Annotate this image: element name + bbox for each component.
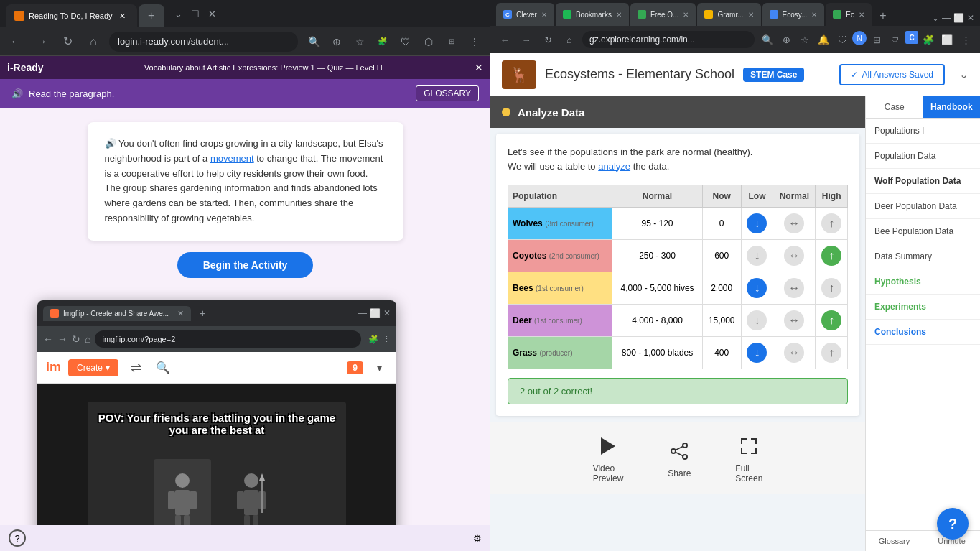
new-tab-right[interactable]: +	[873, 6, 893, 26]
grass-low-indicator[interactable]: ↓	[747, 343, 767, 363]
tab-iready-close[interactable]: ✕	[117, 10, 129, 22]
iready-window-close[interactable]: ✕	[475, 62, 483, 73]
imgflip-home[interactable]: ⌂	[85, 333, 90, 345]
bees-low-indicator[interactable]: ↓	[747, 278, 767, 298]
settings-icon-left[interactable]: ⚙	[473, 533, 482, 544]
imgflip-restore[interactable]: ⬜	[370, 308, 381, 318]
minimize-icon-left[interactable]: ⌄	[172, 6, 185, 22]
menu-icon-left[interactable]: ⋮	[465, 32, 485, 52]
tab-iready[interactable]: Reading To Do, i-Ready ✕	[6, 4, 137, 27]
home-btn-left[interactable]: ⌂	[83, 32, 103, 52]
help-fab-button[interactable]: ?	[937, 508, 969, 540]
right-star-icon[interactable]: ☆	[796, 31, 813, 48]
analyze-link[interactable]: analyze	[598, 161, 630, 172]
imgflip-close[interactable]: ✕	[383, 308, 391, 318]
deer-high-indicator[interactable]: ↑	[821, 310, 841, 330]
wolves-low-btn[interactable]: ↓	[741, 208, 773, 240]
sidebar-item-hypothesis[interactable]: Hypothesis	[866, 269, 980, 295]
coyotes-low-btn[interactable]: ↓	[741, 240, 773, 272]
maximize-icon-left[interactable]: ☐	[188, 6, 202, 22]
speaker-icon[interactable]: 🔊	[11, 88, 23, 99]
tab-bookmarks[interactable]: Bookmarks ✕	[556, 3, 629, 26]
tab-gramr[interactable]: Gramr... ✕	[697, 3, 760, 26]
tab-ec-close[interactable]: ✕	[859, 11, 864, 19]
close-icon-left[interactable]: ✕	[205, 6, 219, 22]
ext-icon-left[interactable]: 🧩	[373, 32, 393, 52]
glossary-button[interactable]: GLOSSARY	[416, 85, 479, 101]
deer-low-btn[interactable]: ↓	[741, 305, 773, 337]
imgflip-create-button[interactable]: Create ▾	[68, 359, 118, 376]
imgflip-reload[interactable]: ↻	[72, 333, 80, 345]
right-puzzle-icon[interactable]: 🧩	[920, 31, 937, 48]
imgflip-back[interactable]: ←	[43, 333, 53, 345]
coyotes-normal-btn[interactable]: ↔	[773, 240, 816, 272]
tab-clever[interactable]: C Clever ✕	[496, 3, 554, 26]
bees-high-btn[interactable]: ↑	[816, 272, 848, 305]
wolves-normal-indicator[interactable]: ↔	[784, 213, 804, 233]
wolves-high-btn[interactable]: ↑	[816, 208, 848, 240]
right-sidebar-icon[interactable]: ⬜	[938, 31, 956, 48]
shield-icon-left[interactable]: 🛡	[396, 32, 416, 52]
sidebar-item-conclusions[interactable]: Conclusions	[866, 320, 980, 345]
wolves-low-indicator[interactable]: ↓	[747, 213, 767, 233]
imgflip-new-tab[interactable]: +	[200, 307, 205, 319]
sidebar-tab-handbook[interactable]: Handbook	[923, 96, 981, 118]
home-btn-right[interactable]: ⌂	[561, 31, 578, 48]
right-clever-icon[interactable]: C	[905, 31, 918, 44]
bees-normal-indicator[interactable]: ↔	[784, 278, 804, 298]
grass-high-btn[interactable]: ↑	[816, 337, 848, 369]
sidebar-item-population-data[interactable]: Population Data	[866, 144, 980, 169]
reload-btn-left[interactable]: ↻	[57, 32, 78, 52]
imgflip-minimize[interactable]: —	[358, 308, 367, 318]
video-preview-action[interactable]: VideoPreview	[593, 433, 624, 483]
restore-right[interactable]: ⬜	[953, 13, 964, 23]
tab-list-icon[interactable]: ⌄	[932, 13, 939, 23]
sync-icon-left[interactable]: ⊞	[442, 32, 462, 52]
deer-normal-btn[interactable]: ↔	[773, 305, 816, 337]
grass-low-btn[interactable]: ↓	[741, 337, 773, 369]
deer-high-btn[interactable]: ↑	[816, 305, 848, 337]
sidebar-item-populations[interactable]: Populations I	[866, 119, 980, 144]
tab-bookmarks-close[interactable]: ✕	[616, 11, 622, 19]
bees-high-indicator[interactable]: ↑	[821, 278, 841, 298]
imgflip-menu-icon[interactable]: ⋮	[383, 335, 391, 344]
imgflip-tab-close[interactable]: ✕	[177, 309, 184, 318]
sidebar-item-deer-data[interactable]: Deer Population Data	[866, 194, 980, 219]
address-bar-right[interactable]	[582, 31, 755, 48]
tab-new-left[interactable]: +	[139, 4, 164, 27]
imgflip-ext-icon[interactable]: 🧩	[368, 335, 378, 344]
sidebar-item-wolf-data[interactable]: Wolf Population Data	[866, 169, 980, 194]
tab-ec-active[interactable]: Ec ✕	[826, 3, 872, 26]
imgflip-shuffle-icon[interactable]: ⇌	[126, 358, 146, 378]
ext2-icon-left[interactable]: ⬡	[419, 32, 439, 52]
coyotes-high-indicator[interactable]: ↑	[821, 246, 841, 266]
deer-normal-indicator[interactable]: ↔	[784, 310, 804, 330]
imgflip-tab[interactable]: Imgflip - Create and Share Awe... ✕	[43, 306, 191, 321]
back-btn-left[interactable]: ←	[6, 32, 26, 52]
right-ext2-icon[interactable]: 🛡	[834, 31, 851, 48]
sidebar-glossary-btn[interactable]: Glossary	[866, 531, 923, 551]
share-action[interactable]: Share	[666, 438, 692, 478]
address-bar-left[interactable]	[109, 32, 298, 52]
minimize-right[interactable]: —	[942, 13, 951, 23]
sidebar-item-bee-data[interactable]: Bee Population Data	[866, 219, 980, 244]
tab-ecosy-close[interactable]: ✕	[811, 11, 817, 19]
imgflip-page-badge[interactable]: 9	[347, 361, 363, 374]
right-avatar-icon[interactable]: N	[852, 31, 867, 45]
deer-low-indicator[interactable]: ↓	[747, 310, 767, 330]
coyotes-normal-indicator[interactable]: ↔	[784, 246, 804, 266]
grass-normal-indicator[interactable]: ↔	[784, 343, 804, 363]
right-shield-icon[interactable]: 🛡	[887, 31, 904, 48]
forward-btn-left[interactable]: →	[32, 32, 52, 52]
movement-link[interactable]: movement	[210, 153, 254, 164]
grass-normal-btn[interactable]: ↔	[773, 337, 816, 369]
imgflip-url-bar[interactable]	[95, 330, 361, 348]
help-circle-icon[interactable]: ?	[9, 529, 26, 547]
star-icon-left[interactable]: ☆	[350, 32, 370, 52]
tab-free-close[interactable]: ✕	[683, 11, 689, 19]
right-ext1-icon[interactable]: 🔔	[815, 31, 832, 48]
reload-btn-right[interactable]: ↻	[539, 31, 556, 48]
imgflip-page-expand[interactable]: ▾	[370, 359, 388, 376]
wolves-high-indicator[interactable]: ↑	[821, 213, 841, 233]
tab-free[interactable]: Free O... ✕	[630, 3, 696, 26]
